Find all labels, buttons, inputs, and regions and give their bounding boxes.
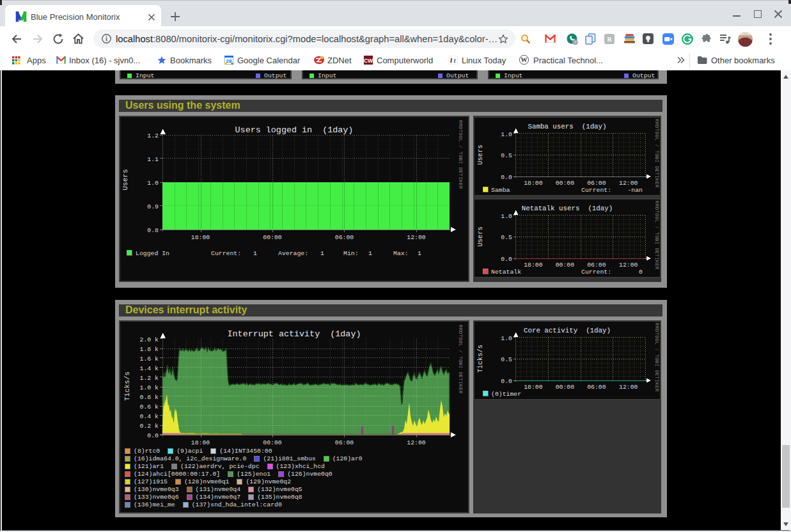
svg-text:0.8: 0.8 (147, 227, 159, 234)
svg-text:0.0: 0.0 (501, 256, 512, 263)
svg-text:00:00: 00:00 (263, 234, 282, 241)
svg-text:1: 1 (253, 250, 257, 257)
svg-text:0.8 k: 0.8 k (140, 394, 159, 401)
svg-text:W: W (521, 56, 528, 63)
svg-text:Average:: Average: (278, 250, 308, 257)
svg-text:1: 1 (368, 250, 372, 257)
svg-text:00:00: 00:00 (263, 439, 282, 446)
svg-text:1.0: 1.0 (147, 180, 159, 187)
svg-text:R: R (607, 36, 612, 43)
svg-text:Max:: Max: (393, 250, 409, 257)
svg-text:Current:: Current: (581, 187, 611, 194)
svg-text:1: 1 (320, 250, 324, 257)
svg-text:12:00: 12:00 (619, 180, 638, 187)
svg-text:0: 0 (639, 269, 643, 276)
svg-text:1.2: 1.2 (147, 132, 159, 139)
svg-text:1.6 k: 1.6 k (140, 356, 159, 363)
svg-text:06:00: 06:00 (335, 234, 354, 241)
svg-text:(0)timer: (0)timer (491, 391, 521, 398)
svg-text:Netatalk: Netatalk (491, 269, 521, 276)
svg-text:1.0: 1.0 (501, 335, 512, 342)
svg-text:Min:: Min: (343, 250, 359, 257)
svg-text:1: 1 (418, 250, 421, 257)
svg-text:0.2 k: 0.2 k (140, 423, 159, 430)
svg-text:Logged In: Logged In (136, 250, 169, 257)
svg-text:1.1: 1.1 (147, 156, 159, 163)
svg-text:06:00: 06:00 (587, 384, 606, 391)
svg-text:1.2 k: 1.2 k (140, 375, 159, 382)
svg-text:28: 28 (226, 58, 232, 64)
svg-text:18:00: 18:00 (524, 262, 543, 269)
svg-text:2.0 k: 2.0 k (140, 336, 159, 343)
svg-text:0.4 k: 0.4 k (140, 413, 159, 420)
svg-text:Interrupt activity (1day): Interrupt activity (1day) (228, 329, 361, 339)
svg-text:Users logged in (1day): Users logged in (1day) (235, 125, 354, 135)
svg-text:Samba: Samba (491, 187, 510, 194)
svg-text:06:00: 06:00 (587, 180, 606, 187)
svg-text:Samba users (1day): Samba users (1day) (528, 123, 606, 130)
svg-text:0.6 k: 0.6 k (140, 403, 159, 411)
svg-text:00:00: 00:00 (556, 262, 575, 269)
svg-text:0.0: 0.0 (501, 378, 512, 385)
svg-text:CW: CW (364, 58, 373, 64)
svg-text:0.0: 0.0 (501, 174, 512, 181)
svg-text:0.9: 0.9 (147, 203, 159, 210)
svg-text:06:00: 06:00 (587, 262, 606, 269)
svg-text:18:00: 18:00 (191, 439, 210, 446)
svg-text:12:00: 12:00 (619, 384, 638, 391)
svg-text:1.8 k: 1.8 k (140, 346, 159, 353)
svg-text:12:00: 12:00 (619, 262, 638, 269)
svg-text:06:00: 06:00 (335, 439, 354, 446)
svg-text:0.5: 0.5 (501, 152, 512, 159)
svg-text:1.0: 1.0 (501, 131, 512, 138)
svg-text:1.0: 1.0 (501, 213, 512, 220)
svg-text:00:00: 00:00 (556, 384, 575, 391)
svg-text:Core activity (1day): Core activity (1day) (524, 327, 611, 334)
svg-text:12:00: 12:00 (407, 439, 426, 446)
svg-text:1.4 k: 1.4 k (140, 365, 159, 372)
svg-text:-nan: -nan (627, 187, 643, 194)
svg-text:0.0: 0.0 (147, 432, 159, 439)
svg-text:0.5: 0.5 (501, 234, 512, 241)
svg-text:18:00: 18:00 (524, 180, 543, 187)
svg-text:18:00: 18:00 (191, 234, 210, 241)
svg-text:18:00: 18:00 (524, 384, 543, 391)
svg-text:Current:: Current: (211, 250, 241, 257)
svg-text:00:00: 00:00 (556, 180, 575, 187)
svg-text:0.5: 0.5 (501, 356, 512, 363)
svg-text:?: ? (574, 40, 576, 45)
svg-text:12:00: 12:00 (407, 234, 426, 241)
svg-text:Netatalk users (1day): Netatalk users (1day) (522, 205, 613, 212)
svg-text:Current:: Current: (581, 269, 611, 276)
